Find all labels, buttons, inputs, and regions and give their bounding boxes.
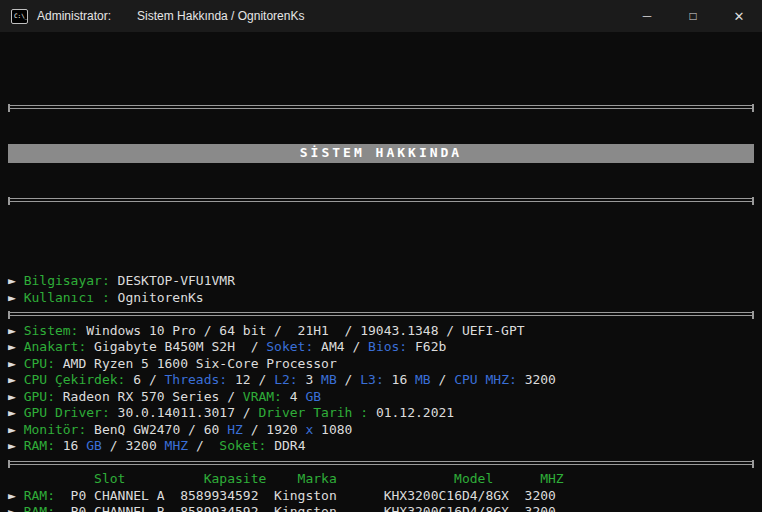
text-segment: 12 / (235, 372, 274, 387)
text-segment: ► (8, 323, 24, 338)
separator-rule (8, 312, 754, 316)
text-segment: ► (8, 372, 24, 387)
text-segment: / (439, 372, 455, 387)
console-line: ► CPU: AMD Ryzen 5 1600 Six-Core Process… (8, 356, 754, 373)
text-segment: VRAM: (243, 389, 290, 404)
text-segment: Windows 10 Pro / 64 bit / 21H1 / 19043.1… (86, 323, 524, 338)
text-segment: Anakart: (24, 339, 94, 354)
text-segment: 3 (305, 372, 321, 387)
text-segment: / (196, 438, 219, 453)
close-icon: ✕ (734, 9, 745, 24)
banner-bar: SİSTEM HAKKINDA (8, 144, 754, 163)
text-segment: 3200 (525, 372, 556, 387)
window-title-admin: Administrator: (37, 9, 111, 23)
text-segment: ► (8, 339, 24, 354)
text-segment: GB (305, 389, 321, 404)
console-line: ► CPU Çekirdek: 6 / Threads: 12 / L2: 3 … (8, 372, 754, 389)
text-segment: F62b (415, 339, 446, 354)
text-segment: MHZ (165, 438, 196, 453)
text-segment: ► (8, 405, 24, 420)
maximize-icon: □ (689, 9, 696, 23)
text-segment: GPU: (24, 389, 63, 404)
window-controls: ─ □ ✕ (624, 0, 762, 32)
text-segment: MB (415, 372, 438, 387)
text-segment: CPU MHZ: (454, 372, 524, 387)
text-segment: ► (8, 290, 24, 305)
text-segment: GB (86, 438, 109, 453)
text-segment: Radeon RX 570 Series / (63, 389, 243, 404)
text-segment: Bios: (368, 339, 415, 354)
text-segment: / (345, 372, 361, 387)
text-segment: Sistem: (24, 323, 87, 338)
text-segment: MB (321, 372, 344, 387)
text-segment: 30.0.14011.3017 / (118, 405, 259, 420)
console-line: ► GPU: Radeon RX 570 Series / VRAM: 4 GB (8, 389, 754, 406)
banner-title: SİSTEM HAKKINDA (300, 145, 462, 162)
console-line: ► Bilgisayar: DESKTOP-VFU1VMR (8, 273, 754, 290)
text-segment: Gigabyte B450M S2H / (94, 339, 266, 354)
console-line: ► RAM: P0 CHANNEL B 8589934592 Kingston … (8, 504, 754, 512)
text-segment: P0 CHANNEL B 8589934592 Kingston KHX3200… (55, 504, 556, 512)
text-segment: BenQ GW2470 / 60 (94, 422, 227, 437)
console-line: ► Kullanıcı : OgnitorenKs (8, 290, 754, 307)
separator (8, 455, 754, 472)
text-segment: x (305, 422, 321, 437)
text-segment: L3: (360, 372, 391, 387)
text-segment: ► (8, 356, 24, 371)
text-segment: 01.12.2021 (376, 405, 454, 420)
text-segment: / 1920 (251, 422, 306, 437)
text-segment: Soket: (219, 438, 274, 453)
text-segment: ► (8, 504, 24, 512)
console-line: ► RAM: P0 CHANNEL A 8589934592 Kingston … (8, 488, 754, 505)
text-segment: AMD Ryzen 5 1600 Six-Core Processor (63, 356, 337, 371)
console[interactable]: SİSTEM HAKKINDA ► Bilgisayar: DESKTOP-VF… (0, 32, 762, 512)
text-segment: DDR4 (274, 438, 305, 453)
text-segment: RAM: (24, 504, 55, 512)
minimize-icon: ─ (643, 9, 652, 23)
text-segment: CPU Çekirdek: (24, 372, 134, 387)
cmd-icon: C:\_ (11, 9, 28, 24)
text-segment: AM4 / (321, 339, 368, 354)
text-segment: 4 (290, 389, 306, 404)
close-button[interactable]: ✕ (716, 0, 762, 32)
console-line: ► Monitör: BenQ GW2470 / 60 HZ / 1920 x … (8, 422, 754, 439)
text-segment: 1080 (321, 422, 352, 437)
console-line: ► Sistem: Windows 10 Pro / 64 bit / 21H1… (8, 323, 754, 340)
text-segment: Soket: (266, 339, 321, 354)
text-segment: ► (8, 422, 24, 437)
text-segment: ► (8, 389, 24, 404)
console-line: ► Anakart: Gigabyte B450M S2H / Soket: A… (8, 339, 754, 356)
text-segment: ► (8, 273, 24, 288)
console-line: ► RAM: 16 GB / 3200 MHZ / Soket: DDR4 (8, 438, 754, 455)
separator (8, 198, 754, 202)
text-segment: Bilgisayar: (24, 273, 118, 288)
text-segment: Driver Tarih : (258, 405, 375, 420)
minimize-button[interactable]: ─ (624, 0, 670, 32)
text-segment: CPU: (24, 356, 63, 371)
text-segment: Kullanıcı : (24, 290, 118, 305)
text-segment: OgnitorenKs (118, 290, 204, 305)
console-lines: ► Bilgisayar: DESKTOP-VFU1VMR► Kullanıcı… (8, 273, 754, 512)
text-segment: L2: (274, 372, 305, 387)
console-line: Slot Kapasite Marka Model MHZ (8, 471, 754, 488)
text-segment: HZ (227, 422, 250, 437)
text-segment: Monitör: (24, 422, 94, 437)
window-title: Sistem Hakkında / OgnitorenKs (137, 9, 304, 23)
text-segment: RAM: (24, 438, 63, 453)
separator (8, 105, 754, 109)
text-segment: ► (8, 438, 24, 453)
text-segment: P0 CHANNEL A 8589934592 Kingston KHX3200… (55, 488, 556, 503)
text-segment: 6 / (133, 372, 164, 387)
maximize-button[interactable]: □ (670, 0, 716, 32)
banner-box: SİSTEM HAKKINDA (8, 72, 754, 235)
text-segment: Threads: (165, 372, 235, 387)
text-segment: DESKTOP-VFU1VMR (118, 273, 235, 288)
text-segment: RAM: (24, 488, 55, 503)
text-segment: / 3200 (110, 438, 165, 453)
text-segment: ► (8, 488, 24, 503)
separator-rule (8, 461, 754, 465)
text-segment: 16 (392, 372, 415, 387)
separator (8, 306, 754, 323)
title-bar: C:\_ Administrator: Sistem Hakkında / Og… (0, 0, 762, 32)
text-segment: GPU Driver: (24, 405, 118, 420)
